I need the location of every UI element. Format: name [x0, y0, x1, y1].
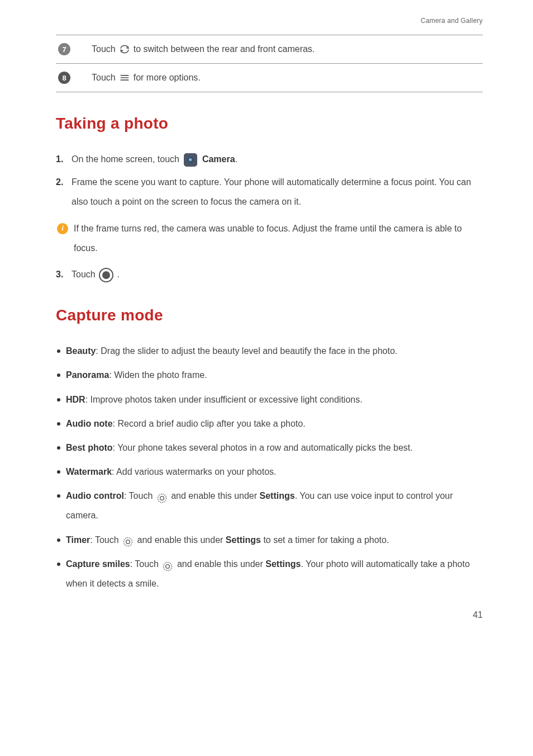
step-3: 3. Touch . — [56, 264, 483, 284]
svg-point-7 — [164, 562, 172, 570]
gear-icon — [162, 559, 173, 570]
svg-point-6 — [126, 540, 130, 544]
step-body: Frame the scene you want to capture. You… — [72, 172, 483, 211]
page-content: Camera and Gallery 7 Touch to switch bet… — [0, 0, 533, 637]
svg-point-8 — [166, 564, 170, 568]
bullet-text: Audio control: Touch and enable this und… — [66, 486, 483, 525]
bullet-text: Timer: Touch and enable this under Setti… — [66, 530, 483, 550]
text-post: for more options. — [134, 73, 201, 83]
svg-point-5 — [124, 538, 132, 546]
bullet-text: HDR: Improve photos taken under insuffic… — [66, 390, 483, 409]
info-text: If the frame turns red, the camera was u… — [74, 219, 483, 258]
section-heading-capture-mode: Capture mode — [56, 306, 483, 324]
table-row: 7 Touch to switch between the rear and f… — [56, 35, 483, 63]
step-1: 1. On the home screen, touch Camera. — [56, 149, 483, 169]
list-item: Panorama: Widen the photo frame. — [56, 365, 483, 385]
camera-app-icon — [184, 153, 197, 167]
text-pre: Touch — [92, 44, 116, 54]
menu-icon — [119, 72, 130, 83]
list-item: HDR: Improve photos taken under insuffic… — [56, 390, 483, 409]
list-item: Capture smiles: Touch and enable this un… — [56, 554, 483, 593]
bullet-icon — [57, 563, 60, 566]
bullet-icon — [57, 422, 60, 426]
step-number: 1. — [56, 149, 67, 169]
list-item: Beauty: Drag the slider to adjust the be… — [56, 341, 483, 361]
row-number-cell: 8 — [56, 72, 92, 84]
camera-label: Camera — [202, 154, 235, 164]
text-pre: Touch — [92, 73, 116, 83]
list-item: Audio control: Touch and enable this und… — [56, 486, 483, 525]
info-note: i If the frame turns red, the camera was… — [57, 219, 483, 258]
gear-icon — [122, 535, 134, 546]
step-text-pre: On the home screen, touch — [72, 154, 182, 164]
table-row: 8 Touch for more options. — [56, 64, 483, 92]
shutter-icon — [99, 268, 113, 282]
breadcrumb: Camera and Gallery — [56, 17, 483, 25]
row-text: Touch to switch between the rear and fro… — [92, 44, 483, 55]
step-body: On the home screen, touch Camera. — [72, 149, 483, 169]
gear-icon — [156, 491, 168, 502]
number-badge-7: 7 — [58, 43, 70, 55]
number-badge-8: 8 — [58, 72, 70, 84]
list-item: Best photo: Your phone takes several pho… — [56, 438, 483, 457]
bullet-icon — [57, 398, 60, 401]
section-heading-taking-photo: Taking a photo — [56, 115, 483, 133]
step-number: 2. — [56, 172, 67, 211]
list-item: Timer: Touch and enable this under Setti… — [56, 530, 483, 550]
bullet-icon — [57, 374, 60, 377]
step-text-post: . — [117, 270, 120, 279]
bullet-text: Audio note: Record a brief audio clip af… — [66, 414, 483, 433]
info-icon: i — [57, 223, 68, 234]
bullet-icon — [57, 538, 60, 542]
list-item: Audio note: Record a brief audio clip af… — [56, 414, 483, 433]
bullet-icon — [57, 349, 60, 353]
bullet-text: Watermark: Add various watermarks on you… — [66, 462, 483, 481]
bullet-text: Capture smiles: Touch and enable this un… — [66, 554, 483, 593]
steps-list: 1. On the home screen, touch Camera. 2. … — [56, 149, 483, 212]
row-number-cell: 7 — [56, 43, 92, 55]
bullet-text: Beauty: Drag the slider to adjust the be… — [66, 341, 483, 361]
step-2: 2. Frame the scene you want to capture. … — [56, 172, 483, 211]
divider — [56, 92, 483, 92]
list-item: Watermark: Add various watermarks on you… — [56, 462, 483, 481]
row-text: Touch for more options. — [92, 72, 483, 83]
step-text-pre: Touch — [72, 270, 98, 279]
svg-point-3 — [158, 494, 166, 503]
svg-point-4 — [160, 497, 164, 500]
page-number: 41 — [56, 610, 483, 620]
bullet-text: Best photo: Your phone takes several pho… — [66, 438, 483, 457]
capture-mode-list: Beauty: Drag the slider to adjust the be… — [56, 341, 483, 593]
bullet-icon — [57, 470, 60, 474]
bullet-icon — [57, 446, 60, 450]
switch-camera-icon — [119, 44, 130, 55]
bullet-icon — [57, 494, 60, 498]
step-number: 3. — [56, 264, 67, 284]
step-text-post: . — [235, 154, 237, 164]
bullet-text: Panorama: Widen the photo frame. — [66, 365, 483, 385]
step-body: Touch . — [72, 264, 483, 284]
text-post: to switch between the rear and front cam… — [134, 44, 315, 54]
